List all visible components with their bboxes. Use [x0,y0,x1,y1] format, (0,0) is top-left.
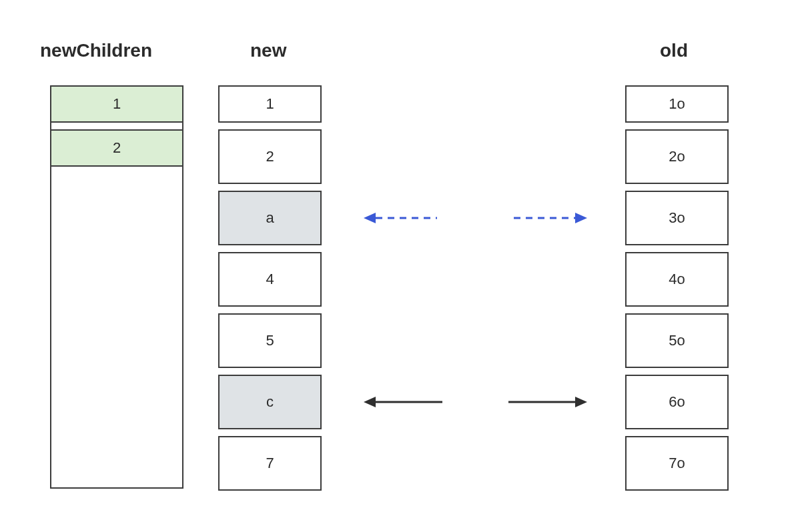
cell-label: 1 [113,95,121,113]
old-cell: 3o [625,191,729,245]
cell-label: 4o [669,271,685,288]
newchildren-cell: 2 [50,129,183,167]
cell-label: 7 [266,455,274,472]
arrow-solid-left [364,394,444,410]
cell-label: 2 [266,148,274,165]
new-cell: 5 [218,313,322,368]
cell-label: 2 [113,139,121,157]
old-cell: 4o [625,252,729,307]
cell-label: 5o [669,332,685,349]
cell-label: 4 [266,271,274,288]
heading-new: new [250,40,286,61]
cell-label: 2o [669,148,685,165]
old-cell: 7o [625,436,729,491]
svg-marker-1 [364,213,376,223]
arrow-dashed-right [507,210,587,226]
cell-label: c [266,393,274,411]
new-cell: 1 [218,85,322,123]
new-cell: 7 [218,436,322,491]
old-cell: 5o [625,313,729,368]
new-cell-highlight: a [218,191,322,245]
new-cell-highlight: c [218,375,322,429]
cell-label: 3o [669,209,685,227]
cell-label: a [266,209,274,227]
newchildren-cell: 1 [50,85,183,123]
svg-marker-5 [364,397,376,407]
cell-label: 1o [669,95,685,113]
cell-label: 5 [266,332,274,349]
old-cell: 1o [625,85,729,123]
new-cell: 2 [218,129,322,184]
cell-label: 7o [669,455,685,472]
arrow-dashed-left [364,210,444,226]
new-cell: 4 [218,252,322,307]
old-cell: 6o [625,375,729,429]
svg-marker-7 [575,397,587,407]
heading-old: old [660,40,688,61]
cell-label: 1 [266,95,274,113]
heading-newchildren: newChildren [40,40,152,61]
arrow-solid-right [507,394,587,410]
svg-marker-3 [575,213,587,223]
old-cell: 2o [625,129,729,184]
cell-label: 6o [669,393,685,411]
